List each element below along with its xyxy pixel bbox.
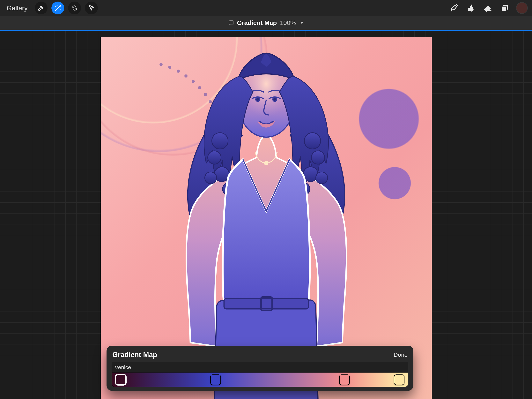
gradient-map-title: Gradient Map bbox=[112, 351, 157, 359]
eraser-tool-button[interactable] bbox=[481, 1, 494, 14]
artwork-figure bbox=[154, 37, 378, 399]
adjustment-slider-track[interactable] bbox=[0, 30, 532, 31]
gradient-stop-2[interactable] bbox=[339, 374, 350, 385]
adjustment-percent: 100% bbox=[280, 19, 296, 26]
smudge-tool-button[interactable] bbox=[465, 1, 477, 14]
gradient-bar[interactable] bbox=[112, 373, 408, 387]
actions-button[interactable] bbox=[35, 1, 48, 14]
top-toolbar: Gallery bbox=[0, 0, 532, 16]
chevron-down-icon: ▼ bbox=[300, 20, 304, 25]
svg-point-22 bbox=[264, 161, 269, 165]
color-well[interactable] bbox=[516, 2, 528, 14]
eraser-icon bbox=[483, 4, 492, 12]
smudge-icon bbox=[467, 4, 475, 12]
svg-point-28 bbox=[304, 133, 321, 149]
svg-rect-33 bbox=[224, 298, 308, 309]
svg-rect-1 bbox=[501, 6, 507, 11]
gradient-map-icon bbox=[228, 20, 234, 26]
gradient-stop-0[interactable] bbox=[115, 374, 126, 385]
svg-point-17 bbox=[273, 98, 277, 101]
selection-s-icon bbox=[71, 4, 78, 12]
cursor-arrow-icon bbox=[88, 4, 95, 12]
gradient-map-panel: Gradient Map Done Venice bbox=[107, 346, 413, 391]
brush-tool-button[interactable] bbox=[448, 1, 461, 14]
adjustments-button[interactable] bbox=[51, 1, 64, 14]
layers-icon bbox=[500, 4, 509, 12]
gradient-stop-1[interactable] bbox=[210, 374, 221, 385]
brush-icon bbox=[450, 4, 459, 12]
svg-point-24 bbox=[208, 151, 221, 164]
svg-point-29 bbox=[311, 151, 325, 164]
layers-button[interactable] bbox=[498, 1, 511, 14]
gradient-stop-3[interactable] bbox=[394, 374, 405, 385]
selection-button[interactable] bbox=[68, 1, 81, 14]
adjustment-name: Gradient Map bbox=[237, 19, 277, 26]
wrench-icon bbox=[37, 4, 45, 12]
svg-point-23 bbox=[212, 133, 228, 149]
svg-point-26 bbox=[205, 172, 217, 184]
svg-point-16 bbox=[256, 98, 260, 101]
wand-icon bbox=[54, 4, 62, 12]
gradient-preset-name[interactable]: Venice bbox=[112, 362, 408, 373]
gallery-button[interactable]: Gallery bbox=[4, 3, 30, 13]
canvas-stage[interactable]: Gradient Map Done Venice bbox=[0, 31, 532, 399]
svg-point-31 bbox=[316, 172, 328, 184]
adjustment-slider-fill bbox=[0, 30, 532, 31]
artwork-canvas[interactable] bbox=[101, 37, 432, 399]
transform-button[interactable] bbox=[85, 1, 98, 14]
done-button[interactable]: Done bbox=[393, 351, 408, 358]
adjustment-header[interactable]: Gradient Map 100% ▼ bbox=[0, 16, 532, 30]
